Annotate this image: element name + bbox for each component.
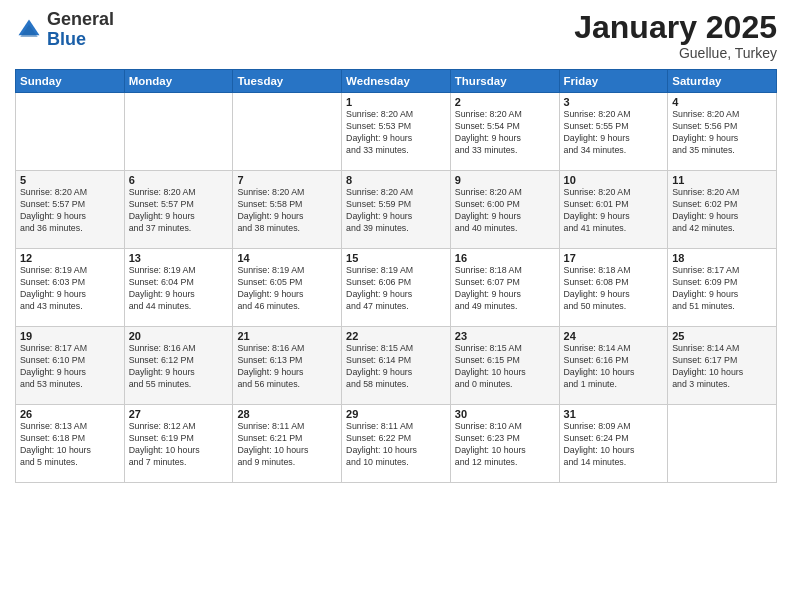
- day-info: Sunrise: 8:16 AM Sunset: 6:12 PM Dayligh…: [129, 343, 229, 391]
- col-tuesday: Tuesday: [233, 70, 342, 93]
- day-number: 12: [20, 252, 120, 264]
- calendar-cell: [668, 405, 777, 483]
- logo-blue: Blue: [47, 29, 86, 49]
- day-number: 23: [455, 330, 555, 342]
- calendar-cell: 15Sunrise: 8:19 AM Sunset: 6:06 PM Dayli…: [342, 249, 451, 327]
- calendar-cell: 11Sunrise: 8:20 AM Sunset: 6:02 PM Dayli…: [668, 171, 777, 249]
- day-info: Sunrise: 8:17 AM Sunset: 6:10 PM Dayligh…: [20, 343, 120, 391]
- day-number: 8: [346, 174, 446, 186]
- day-info: Sunrise: 8:14 AM Sunset: 6:16 PM Dayligh…: [564, 343, 664, 391]
- calendar-cell: 23Sunrise: 8:15 AM Sunset: 6:15 PM Dayli…: [450, 327, 559, 405]
- day-number: 15: [346, 252, 446, 264]
- logo-text: General Blue: [47, 10, 114, 50]
- calendar-cell: [233, 93, 342, 171]
- location: Guellue, Turkey: [574, 45, 777, 61]
- calendar-cell: 29Sunrise: 8:11 AM Sunset: 6:22 PM Dayli…: [342, 405, 451, 483]
- col-sunday: Sunday: [16, 70, 125, 93]
- day-number: 7: [237, 174, 337, 186]
- calendar-week-2: 5Sunrise: 8:20 AM Sunset: 5:57 PM Daylig…: [16, 171, 777, 249]
- day-info: Sunrise: 8:13 AM Sunset: 6:18 PM Dayligh…: [20, 421, 120, 469]
- calendar-cell: 31Sunrise: 8:09 AM Sunset: 6:24 PM Dayli…: [559, 405, 668, 483]
- day-number: 1: [346, 96, 446, 108]
- day-info: Sunrise: 8:20 AM Sunset: 6:00 PM Dayligh…: [455, 187, 555, 235]
- calendar-cell: [16, 93, 125, 171]
- day-info: Sunrise: 8:19 AM Sunset: 6:06 PM Dayligh…: [346, 265, 446, 313]
- calendar-cell: 12Sunrise: 8:19 AM Sunset: 6:03 PM Dayli…: [16, 249, 125, 327]
- col-friday: Friday: [559, 70, 668, 93]
- day-info: Sunrise: 8:15 AM Sunset: 6:14 PM Dayligh…: [346, 343, 446, 391]
- day-number: 3: [564, 96, 664, 108]
- day-number: 10: [564, 174, 664, 186]
- calendar-cell: 24Sunrise: 8:14 AM Sunset: 6:16 PM Dayli…: [559, 327, 668, 405]
- calendar-cell: 20Sunrise: 8:16 AM Sunset: 6:12 PM Dayli…: [124, 327, 233, 405]
- col-wednesday: Wednesday: [342, 70, 451, 93]
- col-monday: Monday: [124, 70, 233, 93]
- day-info: Sunrise: 8:18 AM Sunset: 6:07 PM Dayligh…: [455, 265, 555, 313]
- header: General Blue January 2025 Guellue, Turke…: [15, 10, 777, 61]
- day-number: 26: [20, 408, 120, 420]
- day-number: 28: [237, 408, 337, 420]
- day-number: 27: [129, 408, 229, 420]
- day-info: Sunrise: 8:17 AM Sunset: 6:09 PM Dayligh…: [672, 265, 772, 313]
- day-info: Sunrise: 8:19 AM Sunset: 6:03 PM Dayligh…: [20, 265, 120, 313]
- day-info: Sunrise: 8:20 AM Sunset: 5:55 PM Dayligh…: [564, 109, 664, 157]
- calendar-cell: 28Sunrise: 8:11 AM Sunset: 6:21 PM Dayli…: [233, 405, 342, 483]
- day-info: Sunrise: 8:11 AM Sunset: 6:21 PM Dayligh…: [237, 421, 337, 469]
- day-number: 31: [564, 408, 664, 420]
- day-number: 21: [237, 330, 337, 342]
- calendar-cell: 21Sunrise: 8:16 AM Sunset: 6:13 PM Dayli…: [233, 327, 342, 405]
- calendar-cell: 30Sunrise: 8:10 AM Sunset: 6:23 PM Dayli…: [450, 405, 559, 483]
- day-info: Sunrise: 8:20 AM Sunset: 5:58 PM Dayligh…: [237, 187, 337, 235]
- logo-icon: [15, 16, 43, 44]
- day-info: Sunrise: 8:19 AM Sunset: 6:04 PM Dayligh…: [129, 265, 229, 313]
- day-number: 5: [20, 174, 120, 186]
- calendar-cell: 3Sunrise: 8:20 AM Sunset: 5:55 PM Daylig…: [559, 93, 668, 171]
- day-info: Sunrise: 8:10 AM Sunset: 6:23 PM Dayligh…: [455, 421, 555, 469]
- day-info: Sunrise: 8:12 AM Sunset: 6:19 PM Dayligh…: [129, 421, 229, 469]
- day-info: Sunrise: 8:15 AM Sunset: 6:15 PM Dayligh…: [455, 343, 555, 391]
- day-number: 30: [455, 408, 555, 420]
- day-number: 24: [564, 330, 664, 342]
- day-info: Sunrise: 8:20 AM Sunset: 5:59 PM Dayligh…: [346, 187, 446, 235]
- calendar-cell: 4Sunrise: 8:20 AM Sunset: 5:56 PM Daylig…: [668, 93, 777, 171]
- day-info: Sunrise: 8:20 AM Sunset: 6:01 PM Dayligh…: [564, 187, 664, 235]
- day-info: Sunrise: 8:20 AM Sunset: 5:54 PM Dayligh…: [455, 109, 555, 157]
- calendar-week-5: 26Sunrise: 8:13 AM Sunset: 6:18 PM Dayli…: [16, 405, 777, 483]
- day-info: Sunrise: 8:16 AM Sunset: 6:13 PM Dayligh…: [237, 343, 337, 391]
- day-number: 25: [672, 330, 772, 342]
- calendar: Sunday Monday Tuesday Wednesday Thursday…: [15, 69, 777, 483]
- day-number: 16: [455, 252, 555, 264]
- day-number: 17: [564, 252, 664, 264]
- calendar-cell: 13Sunrise: 8:19 AM Sunset: 6:04 PM Dayli…: [124, 249, 233, 327]
- calendar-week-1: 1Sunrise: 8:20 AM Sunset: 5:53 PM Daylig…: [16, 93, 777, 171]
- calendar-cell: 22Sunrise: 8:15 AM Sunset: 6:14 PM Dayli…: [342, 327, 451, 405]
- col-saturday: Saturday: [668, 70, 777, 93]
- calendar-cell: 25Sunrise: 8:14 AM Sunset: 6:17 PM Dayli…: [668, 327, 777, 405]
- day-number: 19: [20, 330, 120, 342]
- day-number: 2: [455, 96, 555, 108]
- calendar-cell: 16Sunrise: 8:18 AM Sunset: 6:07 PM Dayli…: [450, 249, 559, 327]
- calendar-cell: 17Sunrise: 8:18 AM Sunset: 6:08 PM Dayli…: [559, 249, 668, 327]
- day-number: 29: [346, 408, 446, 420]
- day-number: 14: [237, 252, 337, 264]
- calendar-cell: 6Sunrise: 8:20 AM Sunset: 5:57 PM Daylig…: [124, 171, 233, 249]
- calendar-header-row: Sunday Monday Tuesday Wednesday Thursday…: [16, 70, 777, 93]
- logo: General Blue: [15, 10, 114, 50]
- day-info: Sunrise: 8:20 AM Sunset: 6:02 PM Dayligh…: [672, 187, 772, 235]
- calendar-cell: 5Sunrise: 8:20 AM Sunset: 5:57 PM Daylig…: [16, 171, 125, 249]
- day-info: Sunrise: 8:09 AM Sunset: 6:24 PM Dayligh…: [564, 421, 664, 469]
- calendar-cell: 10Sunrise: 8:20 AM Sunset: 6:01 PM Dayli…: [559, 171, 668, 249]
- calendar-cell: 1Sunrise: 8:20 AM Sunset: 5:53 PM Daylig…: [342, 93, 451, 171]
- day-info: Sunrise: 8:19 AM Sunset: 6:05 PM Dayligh…: [237, 265, 337, 313]
- day-number: 18: [672, 252, 772, 264]
- month-title: January 2025: [574, 10, 777, 45]
- day-number: 9: [455, 174, 555, 186]
- calendar-week-4: 19Sunrise: 8:17 AM Sunset: 6:10 PM Dayli…: [16, 327, 777, 405]
- day-info: Sunrise: 8:20 AM Sunset: 5:57 PM Dayligh…: [129, 187, 229, 235]
- title-block: January 2025 Guellue, Turkey: [574, 10, 777, 61]
- day-info: Sunrise: 8:18 AM Sunset: 6:08 PM Dayligh…: [564, 265, 664, 313]
- calendar-cell: 7Sunrise: 8:20 AM Sunset: 5:58 PM Daylig…: [233, 171, 342, 249]
- day-number: 22: [346, 330, 446, 342]
- page: General Blue January 2025 Guellue, Turke…: [0, 0, 792, 612]
- calendar-cell: [124, 93, 233, 171]
